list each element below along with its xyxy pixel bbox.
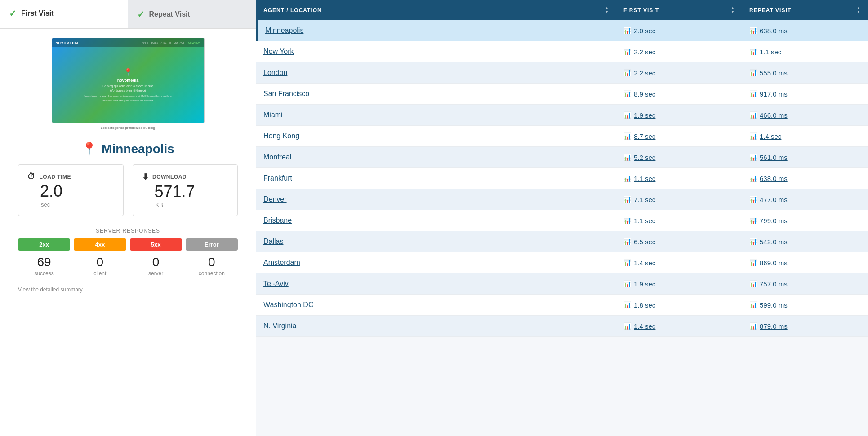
location-link-11[interactable]: Amsterdam [263,259,300,266]
location-link-8[interactable]: Denver [263,195,287,203]
sort-up-icon: ▲ [605,6,609,10]
tab-repeat-visit[interactable]: ✓ Repeat Visit [128,0,256,28]
first-visit-link-6[interactable]: 5.2 sec [634,154,655,161]
download-unit: KB [142,202,229,208]
td-location-10: Dallas [256,231,616,252]
td-first-visit-0: 📊 2.0 sec [616,21,742,41]
count-connection: 0 connection [186,255,238,277]
chart-icon-rv-12: 📊 [749,280,757,287]
count-server: 0 server [130,255,182,277]
repeat-visit-link-13[interactable]: 599.0 ms [760,301,788,309]
location-link-14[interactable]: N. Virginia [263,322,297,330]
table-row: Hong Kong 📊 8.7 sec 📊 1.4 sec [256,126,868,147]
load-time-card: ⏱ LOAD TIME 2.0 sec [18,164,124,216]
first-visit-link-1[interactable]: 2.2 sec [634,48,655,56]
location-link-3[interactable]: San Francisco [263,90,309,97]
badge-4xx: 4xx [74,238,126,251]
repeat-visit-link-14[interactable]: 879.0 ms [760,322,788,330]
td-location-4: Miami [256,105,616,125]
first-visit-link-2[interactable]: 2.2 sec [634,69,655,77]
repeat-visit-link-4[interactable]: 466.0 ms [760,111,788,119]
location-link-12[interactable]: Tel-Aviv [263,280,289,287]
location-link-10[interactable]: Dallas [263,238,283,245]
td-location-0: Minneapolis [258,20,616,41]
first-visit-link-4[interactable]: 1.9 sec [634,111,655,119]
badge-error: Error [186,238,238,251]
site-hero-desc: Nous donnons aux blogueurs, entrepreneur… [84,95,172,97]
chart-icon-fv-9: 📊 [623,217,631,224]
tab-first-visit[interactable]: ✓ First Visit [0,0,128,28]
first-visit-link-13[interactable]: 1.8 sec [634,301,655,309]
response-counts: 69 success 0 client 0 server 0 connectio… [18,255,238,277]
repeat-visit-link-6[interactable]: 561.0 ms [760,154,788,161]
first-visit-link-5[interactable]: 8.7 sec [634,132,655,140]
repeat-visit-link-11[interactable]: 869.0 ms [760,259,788,267]
chart-icon-rv-8: 📊 [749,196,757,203]
td-first-visit-2: 📊 2.2 sec [616,63,742,83]
table-row: Amsterdam 📊 1.4 sec 📊 869.0 ms [256,252,868,273]
th-first-visit: FIRST VISIT ▲ ▼ [616,0,742,20]
first-visit-link-10[interactable]: 6.5 sec [634,238,655,246]
repeat-visit-link-0[interactable]: 638.0 ms [760,27,788,35]
location-link-13[interactable]: Washington DC [263,301,313,308]
site-hero-icon: 📍 [124,68,133,76]
first-visit-link-14[interactable]: 1.4 sec [634,322,655,330]
repeat-visit-link-8[interactable]: 477.0 ms [760,196,788,203]
chart-icon-fv-2: 📊 [623,69,631,76]
first-visit-link-9[interactable]: 1.1 sec [634,217,655,225]
server-responses-title: SERVER RESPONSES [18,228,238,234]
repeat-visit-link-3[interactable]: 917.0 ms [760,90,788,98]
count-server-label: server [148,270,163,277]
first-visit-link-0[interactable]: 2.0 sec [634,27,655,35]
td-repeat-visit-3: 📊 917.0 ms [742,84,868,104]
td-location-8: Denver [256,189,616,210]
td-repeat-visit-4: 📊 466.0 ms [742,105,868,125]
site-hero: 📍 novomedia Le blog qui vous aide à crée… [52,47,204,123]
clock-icon: ⏱ [27,172,36,181]
table-header: AGENT / LOCATION ▲ ▼ FIRST VISIT ▲ ▼ REP… [256,0,868,20]
repeat-visit-link-5[interactable]: 1.4 sec [760,132,781,140]
td-repeat-visit-9: 📊 799.0 ms [742,211,868,231]
location-link-2[interactable]: London [263,69,287,76]
repeat-visit-link-12[interactable]: 757.0 ms [760,280,788,288]
first-visit-link-3[interactable]: 8.9 sec [634,90,655,98]
location-link-0[interactable]: Minneapolis [265,26,303,34]
location-link-1[interactable]: New York [263,48,294,55]
td-first-visit-1: 📊 2.2 sec [616,42,742,62]
sort-first-visit[interactable]: ▲ ▼ [731,6,735,14]
td-location-11: Amsterdam [256,252,616,273]
chart-icon-fv-4: 📊 [623,111,631,119]
repeat-visit-link-9[interactable]: 799.0 ms [760,217,788,225]
sort-location[interactable]: ▲ ▼ [605,6,609,14]
repeat-visit-link-2[interactable]: 555.0 ms [760,69,788,77]
sort-down-icon: ▼ [605,10,609,14]
location-link-6[interactable]: Montreal [263,153,291,161]
location-link-7[interactable]: Frankfurt [263,174,292,182]
td-repeat-visit-7: 📊 638.0 ms [742,168,868,189]
detailed-summary-link[interactable]: View the detailed summary [18,286,83,293]
first-visit-link-7[interactable]: 1.1 sec [634,175,655,182]
location-link-4[interactable]: Miami [263,111,283,119]
chart-icon-fv-6: 📊 [623,154,631,161]
first-visit-link-8[interactable]: 7.1 sec [634,196,655,203]
location-link-9[interactable]: Brisbane [263,216,292,224]
repeat-visit-link-7[interactable]: 638.0 ms [760,175,788,182]
sort-up-icon-fv: ▲ [731,6,735,10]
td-first-visit-10: 📊 6.5 sec [616,232,742,252]
first-visit-link-11[interactable]: 1.4 sec [634,259,655,267]
td-first-visit-14: 📊 1.4 sec [616,316,742,336]
chart-icon-fv-3: 📊 [623,90,631,97]
count-success: 69 success [18,255,70,277]
first-visit-link-12[interactable]: 1.9 sec [634,280,655,288]
repeat-visit-link-1[interactable]: 1.1 sec [760,48,781,56]
right-panel: AGENT / LOCATION ▲ ▼ FIRST VISIT ▲ ▼ REP… [256,0,868,436]
screenshot-area: NOVOMEDIA APFB BASES A PARTIR CONTACT FO… [0,29,256,134]
repeat-visit-link-10[interactable]: 542.0 ms [760,238,788,246]
td-location-2: London [256,62,616,83]
location-link-5[interactable]: Hong Kong [263,132,299,140]
td-first-visit-11: 📊 1.4 sec [616,253,742,273]
chart-icon-fv-13: 📊 [623,301,631,308]
first-visit-label: First Visit [21,9,54,18]
sort-repeat-visit[interactable]: ▲ ▼ [857,6,861,14]
site-screenshot: NOVOMEDIA APFB BASES A PARTIR CONTACT FO… [52,38,205,123]
